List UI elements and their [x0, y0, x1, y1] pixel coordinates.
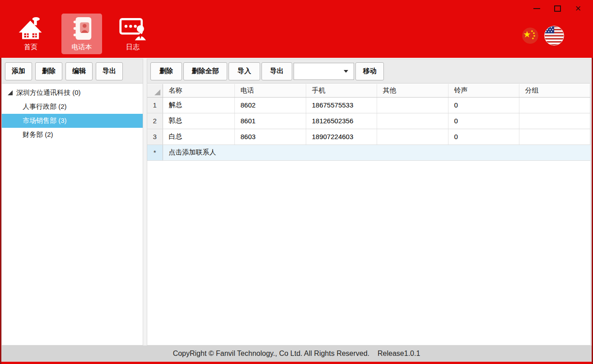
- column-header-group[interactable]: 分组: [519, 84, 590, 97]
- cell-mobile[interactable]: 18675575533: [306, 97, 377, 113]
- group-delete-button[interactable]: 删除: [35, 62, 62, 80]
- column-header-phone[interactable]: 电话: [234, 84, 306, 97]
- home-icon: [18, 14, 44, 43]
- cell-mobile[interactable]: 18907224603: [306, 129, 377, 145]
- nav-label-home: 首页: [24, 43, 37, 51]
- cell-name[interactable]: 白总: [163, 129, 234, 145]
- tree-item-company[interactable]: 深圳方位通讯科技 (0): [2, 86, 143, 100]
- nav-item-phonebook[interactable]: 电话本: [61, 14, 102, 54]
- group-add-button[interactable]: 添加: [5, 62, 32, 80]
- phonebook-icon: [70, 14, 94, 43]
- group-tree: 深圳方位通讯科技 (0) 人事行政部 (2) 市场销售部 (3) 财务部 (2): [2, 84, 143, 142]
- tree-item-label: 人事行政部 (2): [23, 103, 67, 111]
- maximize-button[interactable]: [547, 2, 568, 15]
- app-window: 首页 电话本: [0, 0, 593, 364]
- row-selector[interactable]: 2: [147, 113, 163, 129]
- group-export-button[interactable]: 导出: [96, 62, 123, 80]
- tree-item-label: 深圳方位通讯科技 (0): [16, 89, 81, 97]
- nav-item-home[interactable]: 首页: [10, 14, 51, 54]
- column-header-mobile[interactable]: 手机: [306, 84, 377, 97]
- cell-group[interactable]: [519, 97, 590, 113]
- chevron-down-icon: [344, 70, 348, 73]
- nav-label-logs: 日志: [126, 43, 140, 51]
- contact-export-button[interactable]: 导出: [261, 62, 292, 80]
- column-header-name[interactable]: 名称: [163, 84, 234, 97]
- tree-item-hr-dept[interactable]: 人事行政部 (2): [2, 100, 143, 114]
- maximize-icon: [554, 5, 561, 12]
- contacts-toolbar: 删除 删除全部 导入 导出 移动: [147, 59, 590, 84]
- tree-item-label: 财务部 (2): [23, 131, 53, 139]
- main-nav: 首页 电话本: [10, 14, 153, 54]
- minimize-icon: [533, 8, 540, 9]
- tree-item-label: 市场销售部 (3): [23, 117, 67, 125]
- row-selector[interactable]: 3: [147, 129, 163, 145]
- cell-ring[interactable]: 0: [448, 113, 519, 129]
- cell-group[interactable]: [519, 113, 590, 129]
- add-contact-hint[interactable]: 点击添加联系人: [163, 145, 590, 160]
- cell-ring[interactable]: 0: [448, 97, 519, 113]
- table-header-row: 名称 电话 手机 其他 铃声 分组: [147, 84, 590, 97]
- content-area: 添加 删除 编辑 导出 深圳方位通讯科技 (0) 人事行政部 (2) 市场销售部…: [1, 58, 592, 345]
- china-flag-icon[interactable]: [522, 28, 538, 44]
- contact-delete-all-button[interactable]: 删除全部: [183, 62, 227, 80]
- cell-group[interactable]: [519, 129, 590, 145]
- window-controls: ×: [526, 2, 588, 15]
- table-row: 1 解总 8602 18675575533 0: [147, 97, 590, 113]
- close-icon: ×: [575, 4, 581, 14]
- select-all-corner[interactable]: [147, 84, 163, 97]
- nav-label-phonebook: 电话本: [72, 43, 92, 51]
- tree-expander-icon[interactable]: [8, 90, 13, 95]
- cell-mobile[interactable]: 18126502356: [306, 113, 377, 129]
- contact-move-button[interactable]: 移动: [355, 62, 384, 80]
- group-select-dropdown[interactable]: [294, 63, 354, 80]
- language-flags: [522, 26, 564, 46]
- group-edit-button[interactable]: 编辑: [65, 62, 93, 80]
- close-button[interactable]: ×: [568, 2, 588, 15]
- title-bar: 首页 电话本: [0, 0, 593, 58]
- contacts-grid: 名称 电话 手机 其他 铃声 分组 1 解总: [147, 84, 590, 345]
- minimize-button[interactable]: [526, 2, 547, 15]
- cell-name[interactable]: 解总: [163, 97, 234, 113]
- row-selector[interactable]: 1: [147, 97, 163, 113]
- cell-name[interactable]: 郭总: [163, 113, 234, 129]
- cell-ring[interactable]: 0: [448, 129, 519, 145]
- contact-import-button[interactable]: 导入: [229, 62, 260, 80]
- usa-flag-icon[interactable]: [544, 26, 564, 46]
- corner-triangle-icon: [154, 89, 160, 95]
- table-row: 2 郭总 8601 18126502356 0: [147, 113, 590, 129]
- column-header-other[interactable]: 其他: [377, 84, 448, 97]
- cell-other[interactable]: [377, 129, 448, 145]
- tree-item-sales-dept[interactable]: 市场销售部 (3): [2, 114, 143, 128]
- cell-other[interactable]: [377, 97, 448, 113]
- nav-item-logs[interactable]: 日志: [112, 14, 153, 54]
- sidebar-toolbar: 添加 删除 编辑 导出: [2, 59, 143, 84]
- sidebar-panel: 添加 删除 编辑 导出 深圳方位通讯科技 (0) 人事行政部 (2) 市场销售部…: [1, 59, 143, 345]
- cell-phone[interactable]: 8601: [234, 113, 306, 129]
- add-contact-row[interactable]: * 点击添加联系人: [147, 145, 590, 160]
- cell-other[interactable]: [377, 113, 448, 129]
- status-bar: CopyRight © Fanvil Technology., Co Ltd. …: [1, 345, 592, 362]
- release-version: Release1.0.1: [378, 350, 420, 358]
- new-row-marker: *: [147, 145, 163, 160]
- tree-item-finance-dept[interactable]: 财务部 (2): [2, 128, 143, 142]
- column-header-ring[interactable]: 铃声: [448, 84, 519, 97]
- logs-icon: [119, 14, 147, 43]
- contact-delete-button[interactable]: 删除: [150, 62, 182, 80]
- cell-phone[interactable]: 8603: [234, 129, 306, 145]
- main-panel: 删除 删除全部 导入 导出 移动: [147, 59, 591, 345]
- table-row: 3 白总 8603 18907224603 0: [147, 129, 590, 145]
- cell-phone[interactable]: 8602: [234, 97, 306, 113]
- copyright-text: CopyRight © Fanvil Technology., Co Ltd. …: [173, 350, 369, 358]
- workspace: 添加 删除 编辑 导出 深圳方位通讯科技 (0) 人事行政部 (2) 市场销售部…: [0, 58, 593, 364]
